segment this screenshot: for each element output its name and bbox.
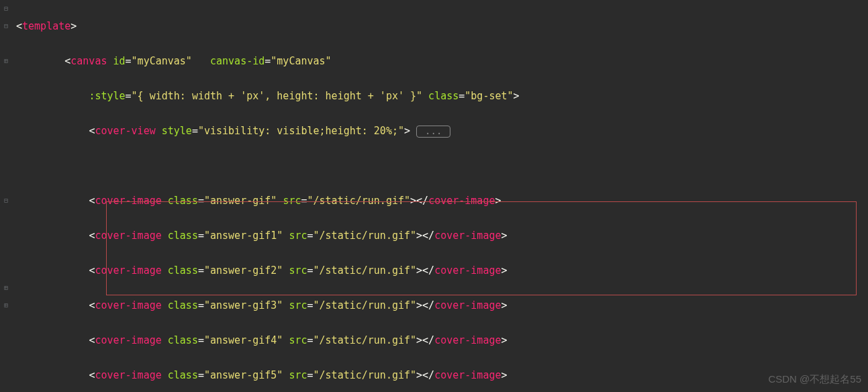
code-editor: ⊟ ⊟ ⊞ ⊟ ⊞ ⊞ <template> <canvas id="myCan… xyxy=(0,0,868,392)
fold-icon[interactable] xyxy=(0,349,12,366)
code-area[interactable]: <template> <canvas id="myCanvas" canvas-… xyxy=(12,0,868,392)
fold-icon[interactable]: ⊟ xyxy=(0,192,12,209)
fold-icon[interactable] xyxy=(0,244,12,262)
fold-icon[interactable] xyxy=(0,157,12,175)
code-line[interactable]: <cover-image class="answer-gif1" src="/s… xyxy=(16,227,868,244)
code-line[interactable] xyxy=(16,157,868,175)
fold-icon[interactable] xyxy=(0,87,12,105)
code-line[interactable]: <cover-view style="visibility: visible;h… xyxy=(16,122,868,140)
fold-icon[interactable] xyxy=(0,140,12,157)
fold-icon[interactable] xyxy=(0,105,12,122)
fold-icon[interactable] xyxy=(0,314,12,332)
fold-icon[interactable]: ⊟ xyxy=(0,17,12,35)
folded-code-icon[interactable]: ... xyxy=(416,126,450,138)
code-line[interactable]: <cover-image class="answer-gif3" src="/s… xyxy=(16,297,868,314)
code-line[interactable]: <cover-image class="answer-gif" src="/st… xyxy=(16,192,868,209)
highlight-box xyxy=(106,201,857,295)
fold-icon[interactable]: ⊞ xyxy=(0,52,12,70)
code-line[interactable]: <canvas id="myCanvas" canvas-id="myCanva… xyxy=(16,52,868,70)
fold-icon[interactable]: ⊞ xyxy=(0,297,12,314)
fold-icon[interactable] xyxy=(0,70,12,87)
fold-icon[interactable] xyxy=(0,332,12,349)
code-line[interactable]: <cover-image class="answer-gif5" src="/s… xyxy=(16,366,868,384)
fold-icon[interactable] xyxy=(0,227,12,244)
fold-icon[interactable] xyxy=(0,175,12,192)
fold-icon[interactable] xyxy=(0,122,12,140)
fold-icon[interactable]: ⊟ xyxy=(0,0,12,17)
code-line[interactable]: <cover-image class="answer-gif4" src="/s… xyxy=(16,332,868,349)
fold-icon[interactable] xyxy=(0,262,12,279)
code-line[interactable]: :style="{ width: width + 'px', height: h… xyxy=(16,87,868,105)
code-line[interactable]: <cover-image class="answer-gif2" src="/s… xyxy=(16,262,868,279)
gutter: ⊟ ⊟ ⊞ ⊟ ⊞ ⊞ xyxy=(0,0,12,392)
fold-icon[interactable] xyxy=(0,209,12,227)
fold-icon[interactable] xyxy=(0,35,12,52)
fold-icon[interactable]: ⊞ xyxy=(0,279,12,297)
watermark: CSDN @不想起名55 xyxy=(768,371,861,388)
code-line[interactable]: <template> xyxy=(16,17,868,35)
